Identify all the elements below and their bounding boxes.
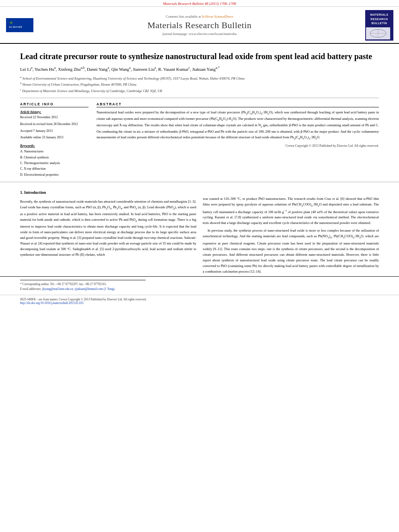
journal-title: Materials Research Bulletin	[38, 20, 361, 31]
revised-date: Received in revised form 28 December 201…	[20, 122, 88, 127]
keyword-d: D. Electrochemical properties	[20, 172, 88, 178]
doi-link[interactable]: http://dx.doi.org/10.1016/j.materresbull…	[20, 301, 84, 305]
intro-para-1: Recently, the synthesis of nanostructura…	[20, 199, 196, 258]
elsevier-logo: 🌿 ELSEVIER	[6, 18, 34, 32]
email-label: E-mail addresses:	[20, 287, 41, 291]
two-col-info: ARTICLE INFO Article history: Received 2…	[0, 102, 399, 178]
authors-line: Lei Lia, Yuchen Hua, Xinfeng Zhua,b, Dan…	[20, 66, 379, 73]
doi-line: http://dx.doi.org/10.1016/j.materresbull…	[20, 301, 379, 305]
top-citation-bar: Materials Research Bulletin 48 (2013) 17…	[0, 0, 399, 7]
issn-line: 0025-5408/$ – see front matter, Crown Co…	[20, 298, 379, 301]
article-info-heading: ARTICLE INFO	[20, 102, 88, 107]
keywords-heading: Keywords:	[20, 144, 88, 148]
citation-text: Materials Research Bulletin 48 (2013) 17…	[163, 2, 236, 6]
paper-title: Lead citrate precursor route to synthesi…	[20, 51, 379, 62]
intro-heading: 1. Introduction	[20, 189, 196, 196]
journal-homepage: journal homepage: www.elsevier.com/locat…	[38, 32, 361, 36]
abstract-paragraph: Nanostructural lead oxides were prepared…	[97, 110, 379, 141]
abstract-text: Nanostructural lead oxides were prepared…	[97, 110, 379, 148]
body-right-col: was roasted at 110–500 °C, to produce Pb…	[203, 188, 379, 276]
sciverse-line: Contents lists available at SciVerse Sci…	[38, 14, 361, 18]
intro-para-2: was roasted at 110–500 °C, to produce Pb…	[203, 196, 379, 226]
body-left-col: 1. Introduction Recently, the synthesis …	[20, 188, 196, 276]
copyright-line: Crown Copyright © 2013 Published by Else…	[97, 144, 379, 149]
intro-para-3: In previous study, the synthesis process…	[203, 228, 379, 274]
email-line: E-mail addresses: jkyang@mail.hust.edu.c…	[20, 287, 379, 292]
affil-b: b Henan University of Urban Construction…	[20, 81, 379, 87]
article-history: Article history: Received 22 November 20…	[20, 110, 88, 140]
svg-text:🌿: 🌿	[10, 21, 13, 25]
article-info: ARTICLE INFO Article history: Received 2…	[20, 102, 88, 178]
bottom-info: 0025-5408/$ – see front matter, Crown Co…	[0, 295, 399, 309]
page: Materials Research Bulletin 48 (2013) 17…	[0, 0, 399, 532]
footnotes: * Corresponding author. Tel.: +86 27 877…	[0, 276, 399, 292]
elsevier-logo-box: 🌿 ELSEVIER	[6, 18, 33, 32]
affil-a: a School of Environmental Science and En…	[20, 75, 379, 81]
keyword-a: A. Nanostructures	[20, 149, 88, 154]
mrb-logo-box: MATERIALSRESEARCHBULLETIN	[365, 10, 393, 41]
journal-header: 🌿 ELSEVIER Contents lists available at S…	[0, 7, 399, 44]
header-center: Contents lists available at SciVerse Sci…	[34, 14, 365, 36]
received-date: Received 22 November 2012	[20, 115, 88, 120]
divider-1	[20, 98, 379, 98]
keyword-b: B. Chemical synthesis	[20, 155, 88, 160]
affiliations: a School of Environmental Science and En…	[20, 75, 379, 94]
keyword-c1: C. Thermogravimetric analysis	[20, 160, 88, 166]
keywords-section: Keywords: A. Nanostructures B. Chemical …	[20, 144, 88, 178]
mrb-logo: MATERIALSRESEARCHBULLETIN	[365, 10, 393, 41]
corresponding-author: * Corresponding author. Tel.: +86 27 877…	[20, 282, 379, 287]
keyword-c2: C. X-ray diffraction	[20, 166, 88, 172]
abstract-section: ABSTRACT Nanostructural lead oxides were…	[97, 102, 379, 178]
affil-c: c Department of Materials Science and Me…	[20, 88, 379, 94]
email-addresses: jkyang@mail.hust.edu.cn, yjiakuan@hotmai…	[42, 287, 115, 291]
svg-rect-0	[8, 19, 32, 31]
body-section: 1. Introduction Recently, the synthesis …	[0, 182, 399, 276]
history-heading: Article history:	[20, 110, 88, 114]
paper-section: Lead citrate precursor route to synthesi…	[0, 44, 399, 99]
online-date: Available online 23 January 2013	[20, 135, 88, 140]
accepted-date: Accepted 7 January 2013	[20, 129, 88, 134]
abstract-heading: ABSTRACT	[97, 102, 379, 107]
svg-text:ELSEVIER: ELSEVIER	[9, 26, 23, 28]
sciverse-link[interactable]: SciVerse ScienceDirect	[202, 14, 233, 18]
